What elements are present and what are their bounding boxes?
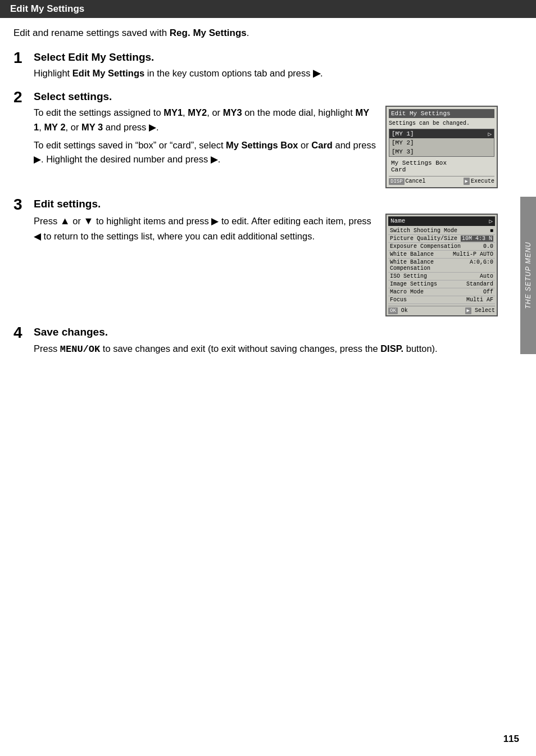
s2p2-or: or	[301, 140, 309, 150]
cam1-item-1: [MY 2]	[389, 138, 494, 147]
cam2-row-0-val: ■	[490, 228, 493, 234]
cam2-sel-btn: ▶	[465, 307, 471, 314]
step-1-title-post: .	[151, 51, 154, 63]
step-2-para2: To edit settings saved in “box” or “card…	[34, 138, 376, 167]
cam1-cancel-label: Cancel	[406, 178, 426, 184]
page-container: The Setup Menu Edit My Settings Edit and…	[0, 0, 536, 756]
s2p2-box: My Settings Box	[226, 140, 298, 150]
cam2-row-1-val: 10M 4:3 N	[461, 236, 493, 242]
cam2-title: Name ▷	[388, 216, 495, 226]
s2p1-end: and press ▶.	[106, 122, 159, 132]
step-1-body: Highlight Edit My Settings in the key cu…	[34, 66, 498, 81]
step-3-content: Edit settings. Press ▲ or ▼ to highlight…	[34, 197, 498, 316]
s2p2-pre: To edit settings saved in “box” or “card…	[34, 140, 223, 150]
step-2-para1: To edit the settings assigned to MY1, MY…	[34, 106, 376, 134]
s2p1-my3b: MY 3	[81, 122, 103, 132]
step-1: 1 Select Edit My Settings. Highlight Edi…	[13, 51, 498, 81]
cam2-row-3-label: White Balance	[390, 251, 434, 257]
step-2-content: Select settings. To edit the settings as…	[34, 90, 498, 189]
camera-screen-1: Edit My Settings Settings can be changed…	[385, 106, 498, 188]
cam2-row-4-val: A:0,G:0	[470, 259, 493, 271]
camera-screen-2: Name ▷ Switch Shooting Mode ■ Picture Qu…	[385, 214, 498, 316]
cam1-item-2: [MY 3]	[389, 147, 494, 156]
main-content: Edit and rename settings saved with Reg.…	[0, 18, 511, 377]
cam2-row-3-val: Multi-P AUTO	[453, 251, 493, 257]
step-2: 2 Select settings. To edit the settings …	[13, 90, 498, 189]
cam2-row-8: Focus Multi AF	[388, 296, 495, 304]
s4-mid: to save changes and exit (to exit withou…	[103, 343, 378, 354]
s2p1-my2: MY2	[188, 107, 207, 117]
s2p1-c2: , or	[207, 107, 220, 117]
step-1-title-bold: Edit My Settings	[68, 51, 151, 63]
cam1-title: Edit My Settings	[389, 109, 494, 118]
cam2-row-4: White Balance Compensation A:0,G:0	[388, 259, 495, 273]
cam2-row-6-label: Image Settings	[390, 281, 437, 287]
cam1-item-0-arrow: ▷	[488, 130, 492, 138]
s2p1-pre: To edit the settings assigned to	[34, 107, 161, 117]
cam1-list: [MY 1] ▷ [MY 2] [MY 3]	[389, 129, 494, 157]
cam2-title-label: Name	[390, 218, 405, 225]
cam2-row-7-val: Off	[483, 289, 493, 295]
cam1-subtitle: Settings can be changed.	[389, 120, 494, 126]
step-3-title: Edit settings.	[34, 197, 498, 211]
cam1-section: My Settings Box Card	[389, 159, 494, 174]
cam1-exec-btn: ▶	[464, 178, 470, 185]
step-3-text: Press ▲ or ▼ to highlight items and pres…	[34, 214, 376, 243]
step-1-body-pre: Highlight	[34, 68, 70, 78]
cam2-row-7-label: Macro Mode	[390, 289, 424, 295]
cam2-row-8-label: Focus	[390, 297, 407, 303]
page-number: 115	[503, 734, 519, 745]
cam1-exec-label: Execute	[471, 178, 494, 184]
cam2-row-0-label: Switch Shooting Mode	[390, 228, 457, 234]
s2p1-c1: ,	[183, 107, 185, 117]
step-2-title: Select settings.	[34, 90, 498, 104]
s4-end: button).	[406, 343, 438, 354]
step-2-text: To edit the settings assigned to MY1, MY…	[34, 106, 376, 170]
s3-pre: Press	[34, 216, 57, 226]
cam2-row-8-val: Multi AF	[466, 297, 493, 303]
cam2-row-2-val: 0.0	[483, 243, 493, 250]
header-bar: Edit My Settings	[0, 0, 536, 18]
side-tab-label: The Setup Menu	[524, 242, 532, 309]
cam2-row-2-label: Exposure Compensation	[390, 243, 461, 250]
cam2-sel-label: Select	[475, 307, 495, 314]
cam1-footer-left: DISP Cancel	[389, 178, 426, 185]
step-1-number: 1	[13, 49, 30, 67]
s2p1-mid: on the mode dial, highlight	[244, 107, 353, 117]
s2p1-c4: , or	[66, 122, 79, 132]
step-2-inner: To edit the settings assigned to MY1, MY…	[34, 106, 498, 188]
cam2-row-1: Picture Quality/Size 10M 4:3 N	[388, 235, 495, 243]
cam2-row-5: ISO Setting Auto	[388, 273, 495, 280]
screen2-mockup: Name ▷ Switch Shooting Mode ■ Picture Qu…	[385, 214, 498, 316]
screen1-mockup: Edit My Settings Settings can be changed…	[385, 106, 498, 188]
cam2-footer: OK Ok ▶ Select	[388, 306, 495, 314]
cam2-row-0: Switch Shooting Mode ■	[388, 227, 495, 235]
cam2-ok-btn: OK	[388, 307, 398, 314]
step-1-body-mid: in the key custom options tab and press	[147, 68, 311, 78]
s3-down-arrow: ▼	[83, 215, 93, 227]
cam1-disp-btn: DISP	[389, 178, 405, 185]
step-3-inner: Press ▲ or ▼ to highlight items and pres…	[34, 214, 498, 316]
step-1-arrow: ▶	[313, 68, 320, 78]
s2p1-c3: ,	[39, 122, 42, 132]
step-4-body: Press MENU/OK to save changes and exit (…	[34, 342, 498, 357]
cam2-row-5-val: Auto	[480, 273, 493, 279]
step-4: 4 Save changes. Press MENU/OK to save ch…	[13, 325, 498, 357]
step-3: 3 Edit settings. Press ▲ or ▼ to highlig…	[13, 197, 498, 316]
cam1-item-0-label: [MY 1]	[392, 130, 414, 137]
s4-menuok: MENU/OK	[60, 344, 100, 355]
step-2-number: 2	[13, 89, 30, 106]
step-1-title: Select Edit My Settings.	[34, 51, 498, 65]
step-1-title-pre: Select	[34, 51, 68, 63]
cam2-footer-right: ▶ Select	[465, 307, 495, 314]
cam1-item-0: [MY 1] ▷	[389, 129, 494, 138]
intro-text: Edit and rename settings saved with	[13, 28, 167, 38]
step-4-title: Save changes.	[34, 325, 498, 339]
step-4-number: 4	[13, 324, 30, 342]
cam1-footer: DISP Cancel ▶ Execute	[389, 176, 494, 185]
s2p1-my1: MY1	[163, 107, 183, 117]
step-3-number: 3	[13, 196, 30, 214]
intro-period: .	[247, 28, 249, 38]
cam2-row-2: Exposure Compensation 0.0	[388, 243, 495, 251]
side-tab: The Setup Menu	[520, 197, 536, 354]
